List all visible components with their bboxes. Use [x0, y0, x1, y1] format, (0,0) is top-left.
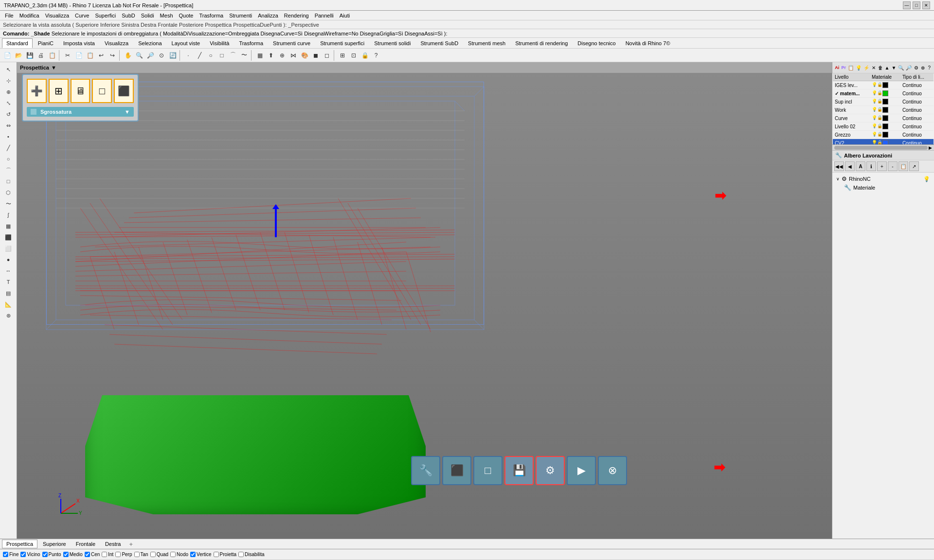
- tree-materiale[interactable]: 🔧 Materiale: [836, 183, 930, 192]
- close-panel-icon[interactable]: ✕: [871, 63, 877, 72]
- menu-item-aiuti[interactable]: Aiuti: [337, 12, 353, 19]
- render-icon[interactable]: 🎨: [299, 50, 310, 61]
- menu-item-subd[interactable]: SubD: [119, 12, 138, 19]
- albero-btn-a[interactable]: A: [856, 161, 865, 171]
- layer-row-1[interactable]: ✓ matem...💡🔒Continuo: [833, 89, 934, 98]
- zoom-out-icon[interactable]: 🔎: [145, 50, 156, 61]
- snap-vertice[interactable]: Vertice: [190, 552, 212, 557]
- toolbar-tab-6[interactable]: Visibilità: [205, 38, 234, 48]
- point-icon[interactable]: ·: [183, 50, 194, 61]
- cog-icon[interactable]: ⚙: [913, 63, 919, 72]
- filter2-icon[interactable]: 🔍: [898, 63, 904, 72]
- print-icon[interactable]: 🖨: [36, 50, 46, 61]
- menu-item-modifica[interactable]: Modifica: [17, 12, 42, 19]
- select2-icon[interactable]: ⊹: [1, 75, 15, 86]
- toolbar-tab-15[interactable]: Novità di Rhino 7©: [621, 38, 675, 48]
- rect2-icon[interactable]: □: [1, 176, 15, 187]
- snap-tan[interactable]: Tan: [134, 552, 148, 557]
- snap-checkbox-vicino[interactable]: [20, 552, 26, 557]
- viewport-dropdown-arrow[interactable]: ▼: [51, 65, 56, 70]
- hatch-icon[interactable]: ▤: [1, 288, 15, 298]
- lights-icon[interactable]: 💡: [855, 63, 862, 72]
- menu-item-curve[interactable]: Curve: [72, 12, 92, 19]
- panel-new-btn[interactable]: ➕: [27, 79, 47, 103]
- ai-icon[interactable]: Ai: [834, 63, 840, 72]
- circle-icon[interactable]: ○: [205, 50, 216, 61]
- box-icon[interactable]: ⬜: [1, 243, 15, 254]
- menu-item-trasforma[interactable]: Trasforma: [196, 12, 226, 19]
- tab-superiore[interactable]: Superiore: [38, 540, 71, 548]
- albero-btn-settings[interactable]: ↗: [909, 161, 919, 171]
- extrude-icon[interactable]: ⬆: [266, 50, 276, 61]
- toolbar-tab-14[interactable]: Disegno tecnico: [573, 38, 620, 48]
- toolbar-tab-13[interactable]: Strumenti di rendering: [511, 38, 572, 48]
- toolbar-btn-2[interactable]: ⬛: [442, 456, 471, 485]
- toolbar-btn-4[interactable]: 💾: [504, 456, 534, 485]
- dim-icon[interactable]: ↔: [1, 265, 15, 276]
- albero-btn-copy[interactable]: 📋: [898, 161, 908, 171]
- move3d-icon[interactable]: ⊕: [1, 87, 15, 97]
- toolbar-btn-1[interactable]: 🔧: [411, 456, 440, 485]
- add-col-icon[interactable]: ⊕: [920, 63, 926, 72]
- close-button[interactable]: ✕: [922, 1, 930, 9]
- zoom-all-icon[interactable]: ⊙: [156, 50, 167, 61]
- arrow-dn-icon[interactable]: ▼: [891, 63, 897, 72]
- albero-btn-zoom-in[interactable]: +: [877, 161, 887, 171]
- delete-icon[interactable]: 🗑: [878, 63, 883, 72]
- scale-icon[interactable]: ⤡: [1, 98, 15, 108]
- toolbar-tab-10[interactable]: Strumenti solidi: [370, 38, 415, 48]
- panel-screen-btn[interactable]: 🖥: [71, 79, 90, 103]
- toolbar-btn-6[interactable]: ▶: [567, 456, 596, 485]
- solid-icon[interactable]: ⬛: [1, 232, 15, 243]
- copy-icon[interactable]: 📄: [73, 50, 84, 61]
- layer-row-5[interactable]: Livello 02💡🔒Continuo: [833, 122, 934, 131]
- tab-destra[interactable]: Destra: [101, 540, 125, 548]
- albero-btn-back2[interactable]: ◀◀: [834, 161, 844, 171]
- cut-icon[interactable]: ✂: [62, 50, 73, 61]
- snap-perp[interactable]: Perp: [115, 552, 132, 557]
- sphere-icon[interactable]: ●: [1, 254, 15, 265]
- snap-checkbox-cen[interactable]: [85, 552, 90, 557]
- snap-checkbox-punto[interactable]: [42, 552, 48, 557]
- menu-item-quote[interactable]: Quote: [176, 12, 197, 19]
- albero-btn-back[interactable]: ◀: [845, 161, 855, 171]
- surface-icon[interactable]: ▦: [254, 50, 265, 61]
- properties-icon[interactable]: 📋: [47, 50, 57, 61]
- snap-punto[interactable]: Punto: [42, 552, 61, 557]
- albero-btn-info[interactable]: ℹ: [866, 161, 876, 171]
- snap-int[interactable]: Int: [102, 552, 113, 557]
- menu-item-superfici[interactable]: Superfici: [92, 12, 119, 19]
- sgrossatura-dropdown[interactable]: Sgrossatura ▼: [27, 107, 134, 117]
- rect-icon[interactable]: □: [216, 50, 227, 61]
- toolbar-tab-4[interactable]: Seleziona: [134, 38, 166, 48]
- menu-item-pannelli[interactable]: Pannelli: [312, 12, 337, 19]
- toolbar-tab-0[interactable]: Standard: [2, 38, 33, 48]
- toolbar-tab-12[interactable]: Strumenti mesh: [464, 38, 510, 48]
- paste-icon[interactable]: 📋: [85, 50, 95, 61]
- undo-icon[interactable]: ↩: [96, 50, 107, 61]
- text-icon[interactable]: T: [1, 277, 15, 287]
- analysis-icon[interactable]: 📐: [1, 299, 15, 310]
- menu-item-analizza[interactable]: Analizza: [255, 12, 281, 19]
- snap-quad[interactable]: Quad: [150, 552, 168, 557]
- srf-icon[interactable]: ▦: [1, 221, 15, 231]
- curve-icon[interactable]: 〜: [239, 50, 250, 61]
- panel-box-btn[interactable]: □: [92, 79, 112, 103]
- menu-item-mesh[interactable]: Mesh: [157, 12, 176, 19]
- toolbar-tab-3[interactable]: Visualizza: [100, 38, 133, 48]
- scroll-right-arrow[interactable]: ▶: [929, 145, 932, 150]
- layer-row-4[interactable]: Curve💡🔒Continuo: [833, 114, 934, 122]
- menu-item-solidi[interactable]: Solidi: [138, 12, 157, 19]
- tab-prospettica[interactable]: Prospettica: [2, 540, 37, 548]
- rotate-icon[interactable]: 🔄: [167, 50, 178, 61]
- help-icon[interactable]: ?: [371, 50, 381, 61]
- arc-icon[interactable]: ⌒: [228, 50, 238, 61]
- filter-icon[interactable]: ⚡: [863, 63, 870, 72]
- snap-checkbox-proietta[interactable]: [214, 552, 219, 557]
- toolbar-btn-7[interactable]: ⊗: [598, 456, 627, 485]
- snap-checkbox-perp[interactable]: [115, 552, 121, 557]
- spline-icon[interactable]: 〜: [1, 198, 15, 209]
- nurbs-icon[interactable]: ∫: [1, 210, 15, 220]
- toolbar-tab-8[interactable]: Strumenti curve: [269, 38, 315, 48]
- minimize-button[interactable]: —: [903, 1, 911, 9]
